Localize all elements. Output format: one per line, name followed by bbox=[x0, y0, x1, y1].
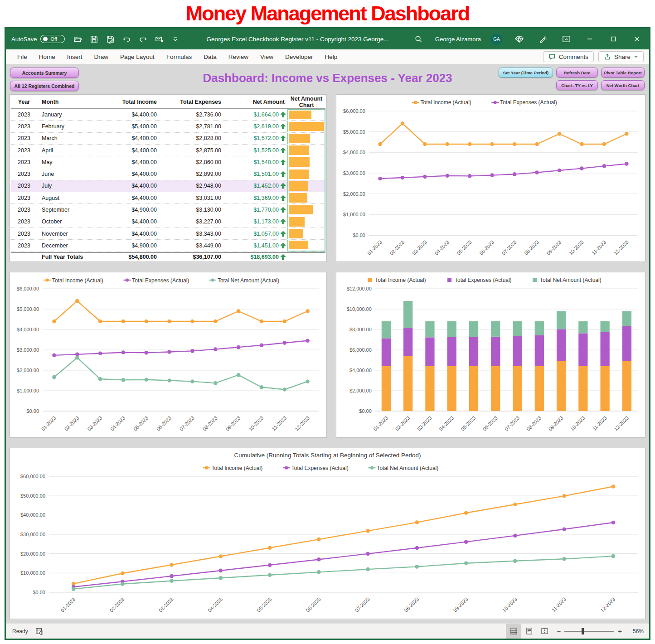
open-folder-icon[interactable] bbox=[69, 32, 86, 46]
cell-year[interactable]: 2023 bbox=[11, 207, 37, 213]
cell-month[interactable]: December bbox=[37, 242, 101, 249]
avatar[interactable]: GA bbox=[491, 34, 502, 45]
cell-net-databar[interactable] bbox=[287, 228, 325, 239]
cell-net[interactable]: $1,540.00 bbox=[228, 159, 287, 165]
totals-net[interactable]: $18,693.00 bbox=[228, 254, 287, 260]
zoom-out-button[interactable]: − bbox=[557, 627, 561, 635]
cell-year[interactable]: 2023 bbox=[11, 183, 37, 189]
cell-month[interactable]: May bbox=[37, 159, 101, 165]
cell-year[interactable]: 2023 bbox=[11, 242, 37, 249]
chart-ty-vs-ly-button[interactable]: Chart: TY vs LY bbox=[556, 80, 598, 90]
cell-expenses[interactable]: $2,860.00 bbox=[164, 159, 228, 165]
pivot-table-report-button[interactable]: Pivot Table Report bbox=[601, 68, 645, 77]
cell-net-databar[interactable] bbox=[287, 156, 325, 168]
tab-data[interactable]: Data bbox=[198, 49, 223, 64]
cell-expenses[interactable]: $3,343.00 bbox=[164, 231, 228, 237]
minimize-icon[interactable] bbox=[583, 32, 597, 46]
cell-year[interactable]: 2023 bbox=[11, 111, 37, 118]
ribbon-display-icon[interactable] bbox=[559, 32, 573, 46]
tab-view[interactable]: View bbox=[254, 49, 279, 64]
totals-income[interactable]: $54,800.00 bbox=[101, 254, 164, 260]
zoom-slider-thumb[interactable] bbox=[582, 628, 584, 634]
tab-draw[interactable]: Draw bbox=[88, 49, 115, 64]
cell-net-databar[interactable] bbox=[287, 240, 325, 251]
share-button[interactable]: Share bbox=[598, 51, 644, 62]
tab-help[interactable]: Help bbox=[319, 49, 344, 64]
cell-expenses[interactable]: $3,031.00 bbox=[164, 195, 228, 201]
cell-net-databar[interactable] bbox=[287, 121, 325, 132]
undo-icon[interactable] bbox=[118, 32, 135, 46]
cell-year[interactable]: 2023 bbox=[11, 218, 37, 225]
tab-formulas[interactable]: Formulas bbox=[160, 49, 198, 64]
cell-month[interactable]: September bbox=[37, 207, 101, 213]
cell-month[interactable]: August bbox=[37, 195, 101, 201]
comments-button[interactable]: Comments bbox=[543, 51, 594, 62]
whats-new-sparkle-icon[interactable] bbox=[536, 32, 549, 46]
user-name[interactable]: George Alzamora bbox=[435, 36, 481, 43]
autosave-pill[interactable]: Off bbox=[40, 35, 65, 43]
save-as-icon[interactable] bbox=[102, 32, 118, 46]
cell-expenses[interactable]: $2,828.00 bbox=[164, 135, 228, 141]
cell-income[interactable]: $4,400.00 bbox=[101, 183, 164, 189]
save-icon[interactable] bbox=[86, 32, 102, 46]
cell-expenses[interactable]: $3,227.00 bbox=[164, 218, 228, 225]
cell-expenses[interactable]: $2,736.00 bbox=[164, 111, 228, 118]
zoom-level[interactable]: 56% bbox=[628, 628, 644, 634]
cell-income[interactable]: $4,400.00 bbox=[101, 171, 164, 177]
cell-income[interactable]: $4,400.00 bbox=[101, 111, 164, 118]
cell-income[interactable]: $4,400.00 bbox=[101, 195, 164, 201]
accessibility-checker-icon[interactable] bbox=[35, 627, 44, 635]
tab-home[interactable]: Home bbox=[33, 49, 61, 64]
cell-income[interactable]: $5,400.00 bbox=[101, 123, 164, 130]
cell-month[interactable]: April bbox=[37, 147, 101, 154]
cell-income[interactable]: $4,400.00 bbox=[101, 147, 164, 154]
cell-expenses[interactable]: $2,781.00 bbox=[164, 123, 228, 130]
page-break-preview-button[interactable] bbox=[537, 624, 552, 639]
cell-net-databar[interactable] bbox=[287, 133, 325, 144]
page-layout-view-button[interactable] bbox=[521, 624, 537, 639]
cell-net-databar[interactable] bbox=[287, 180, 325, 192]
cell-month[interactable]: February bbox=[37, 123, 101, 130]
cell-net-databar[interactable] bbox=[287, 216, 325, 228]
cell-year[interactable]: 2023 bbox=[11, 195, 37, 201]
cell-expenses[interactable]: $2,948.00 bbox=[164, 183, 228, 189]
cell-year[interactable]: 2023 bbox=[11, 135, 37, 141]
cell-year[interactable]: 2023 bbox=[11, 171, 37, 177]
cell-year[interactable]: 2023 bbox=[11, 159, 37, 165]
cell-net[interactable]: $2,619.00 bbox=[228, 123, 287, 130]
cell-net[interactable]: $1,572.00 bbox=[228, 135, 287, 141]
net-worth-chart-button[interactable]: Net Worth Chart bbox=[601, 80, 645, 90]
cell-income[interactable]: $4,400.00 bbox=[101, 159, 164, 165]
cell-month[interactable]: October bbox=[37, 218, 101, 225]
redo-icon[interactable] bbox=[135, 32, 151, 46]
cell-net[interactable]: $1,451.00 bbox=[228, 242, 287, 249]
cell-income[interactable]: $4,400.00 bbox=[101, 231, 164, 237]
cell-month[interactable]: November bbox=[37, 231, 101, 237]
cell-net[interactable]: $1,057.00 bbox=[228, 231, 287, 237]
cell-net[interactable]: $1,525.00 bbox=[228, 147, 287, 154]
normal-view-button[interactable] bbox=[506, 624, 521, 639]
cell-net-databar[interactable] bbox=[287, 204, 325, 215]
qat-customize-icon[interactable] bbox=[167, 32, 184, 46]
cell-net-databar[interactable] bbox=[287, 192, 325, 203]
cell-net[interactable]: $1,369.00 bbox=[228, 195, 287, 201]
cell-net[interactable]: $1,452.00 bbox=[228, 183, 287, 189]
cell-income[interactable]: $4,900.00 bbox=[101, 242, 164, 249]
premium-diamond-icon[interactable] bbox=[512, 32, 526, 46]
cell-month[interactable]: March bbox=[37, 135, 101, 141]
cell-net[interactable]: $1,664.00 bbox=[228, 111, 287, 118]
cell-net[interactable]: $1,501.00 bbox=[228, 171, 287, 177]
cell-year[interactable]: 2023 bbox=[11, 147, 37, 154]
refresh-date-button[interactable]: Refresh Date bbox=[556, 68, 598, 77]
cell-expenses[interactable]: $2,899.00 bbox=[164, 171, 228, 177]
tab-review[interactable]: Review bbox=[223, 49, 254, 64]
cell-income[interactable]: $4,900.00 bbox=[101, 207, 164, 213]
email-icon[interactable] bbox=[151, 32, 167, 46]
autosave-toggle[interactable]: AutoSave Off bbox=[11, 35, 65, 43]
cell-income[interactable]: $4,400.00 bbox=[101, 135, 164, 141]
totals-expenses[interactable]: $36,107.00 bbox=[164, 254, 228, 260]
cell-net[interactable]: $1,173.00 bbox=[228, 218, 287, 225]
cell-expenses[interactable]: $3,130.00 bbox=[164, 207, 228, 213]
cell-year[interactable]: 2023 bbox=[11, 231, 37, 237]
set-year-time-period--button[interactable]: Set Year (Time Period) bbox=[499, 68, 553, 77]
